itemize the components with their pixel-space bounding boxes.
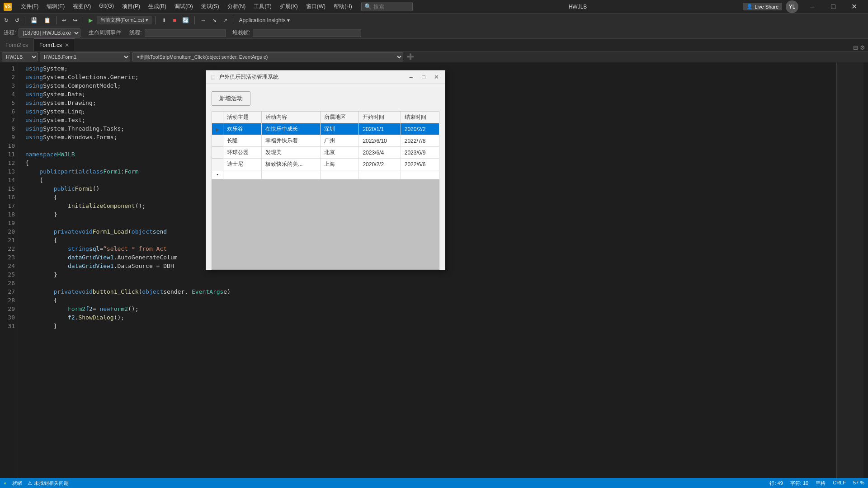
live-share-icon: 👤	[746, 4, 753, 9]
menu-view[interactable]: 视图(V)	[69, 2, 94, 11]
stop-btn[interactable]: ■	[170, 16, 178, 24]
pause-btn[interactable]: ⏸	[159, 16, 169, 24]
lifecycle-label: 生命周期事件	[89, 29, 121, 37]
undo-btn[interactable]: ↩	[60, 16, 69, 24]
line-num-8: 8	[3, 124, 15, 133]
search-input[interactable]	[373, 4, 410, 10]
cell-region-1: 深圳	[321, 123, 359, 135]
status-bar: ● 就绪 ⚠ 未找到相关问题 行: 49 字符: 10 空格 CRLF 57 %	[0, 478, 868, 488]
scrollbar-vertical[interactable]	[863, 62, 868, 478]
line-num-22: 22	[3, 244, 15, 253]
line-num-10: 10	[3, 141, 15, 150]
code-line-26	[25, 279, 836, 287]
status-icon: ●	[4, 480, 7, 486]
add-member-icon[interactable]: ➕	[407, 53, 414, 60]
char-info: 字符: 10	[790, 480, 808, 487]
new-cell-region[interactable]	[321, 170, 359, 179]
menu-file[interactable]: 文件(F)	[17, 2, 42, 11]
float-app-icon: 🖥	[210, 74, 216, 81]
menu-bar: 文件(F) 编辑(E) 视图(V) Git(G) 项目(P) 生成(B) 调试(…	[17, 2, 356, 11]
live-share-button[interactable]: 👤 Live Share	[743, 3, 782, 10]
step-out-btn[interactable]: ↗	[221, 16, 230, 24]
sep6	[233, 16, 233, 24]
menu-tools[interactable]: 工具(T)	[250, 2, 275, 11]
restart-btn[interactable]: 🔄	[180, 16, 191, 24]
cell-content-3: 发现美	[262, 147, 321, 159]
issue-indicator[interactable]: ⚠ 未找到相关问题	[28, 480, 69, 487]
add-activity-button[interactable]: 新增活动	[212, 91, 250, 106]
table-row[interactable]: 长隆 幸福并快乐着 广州 2022/6/10 2022/7/8	[212, 135, 439, 147]
new-cell-subject[interactable]	[223, 170, 262, 179]
new-cell-end[interactable]	[401, 170, 439, 179]
save-all-btn[interactable]: 📋	[42, 16, 53, 24]
user-avatar[interactable]: YL	[786, 0, 798, 13]
line-num-19: 19	[3, 219, 15, 227]
tab-form1[interactable]: Form1.cs ✕	[34, 38, 75, 51]
stack-input[interactable]	[253, 29, 361, 37]
cell-content-4: 极致快乐的美...	[262, 159, 321, 170]
menu-debug[interactable]: 调试(D)	[171, 2, 197, 11]
debug-toolbar: ↻ ↺ 💾 📋 ↩ ↪ ▶ 当前文档(Form1.cs) ▾ ⏸ ■ 🔄 → ↘…	[0, 14, 868, 27]
settings-icon[interactable]: ⚙	[860, 44, 865, 51]
back-btn[interactable]: ↻	[2, 16, 11, 24]
new-cell-content[interactable]	[262, 170, 321, 179]
search-box[interactable]: 🔍	[361, 2, 413, 11]
forward-btn[interactable]: ↺	[13, 16, 22, 24]
table-header-subject: 活动主题	[223, 112, 262, 123]
menu-edit[interactable]: 编辑(E)	[43, 2, 68, 11]
new-cell-start[interactable]	[359, 170, 401, 179]
tab-form2[interactable]: Form2.cs	[0, 38, 34, 51]
line-num-18: 18	[3, 210, 15, 219]
process-label: 进程:	[4, 29, 16, 37]
minimize-button[interactable]: –	[802, 0, 823, 14]
code-line-30: f2.ShowDialog();	[25, 313, 836, 322]
line-num-15: 15	[3, 184, 15, 193]
float-minimize-btn[interactable]: –	[406, 72, 416, 82]
cell-start-4: 2020/2/2	[359, 159, 401, 170]
line-num-2: 2	[3, 73, 15, 81]
line-num-31: 31	[3, 322, 15, 330]
method-dropdown[interactable]: ✦删除ToolStripMenuItem_Click(object sender…	[132, 52, 403, 61]
thread-input[interactable]	[145, 29, 226, 37]
menu-analyze[interactable]: 分析(N)	[224, 2, 250, 11]
thread-label: 线程:	[129, 29, 142, 37]
menu-build[interactable]: 生成(B)	[145, 2, 170, 11]
code-line-25: }	[25, 270, 836, 279]
table-new-row[interactable]: •	[212, 170, 439, 179]
close-button[interactable]: ✕	[844, 0, 864, 14]
cell-start-3: 2023/6/4	[359, 147, 401, 159]
class-dropdown[interactable]: HWJLB	[2, 52, 38, 61]
cell-region-2: 广州	[321, 135, 359, 147]
table-row[interactable]: 环球公园 发现美 北京 2023/6/4 2023/6/9	[212, 147, 439, 159]
menu-test[interactable]: 测试(S)	[198, 2, 223, 11]
maximize-button[interactable]: □	[823, 0, 844, 14]
activity-table: 活动主题 活动内容 所属地区 开始时间 结束时间 ▶ 欢乐谷 在快乐中成长 深圳…	[212, 111, 439, 179]
line-num-29: 29	[3, 305, 15, 313]
row-selector-2	[212, 135, 223, 147]
insights-btn[interactable]: Application Insights ▾	[236, 16, 292, 24]
insights-label: Application Insights	[239, 17, 285, 23]
table-row[interactable]: 迪士尼 极致快乐的美... 上海 2020/2/2 2022/6/6	[212, 159, 439, 170]
current-doc-dropdown[interactable]: 当前文档(Form1.cs) ▾	[97, 16, 152, 24]
step-over-btn[interactable]: →	[198, 16, 208, 24]
status-right: 行: 49 字符: 10 空格 CRLF 57 %	[769, 480, 864, 487]
float-close-btn[interactable]: ✕	[431, 72, 441, 82]
float-maximize-btn[interactable]: □	[419, 72, 429, 82]
member-dropdown[interactable]: HWJLB.Form1	[40, 52, 130, 61]
menu-project[interactable]: 项目(P)	[118, 2, 144, 11]
minimap	[836, 62, 863, 478]
menu-window[interactable]: 窗口(W)	[302, 2, 329, 11]
save-btn[interactable]: 💾	[28, 16, 40, 24]
float-content: 新增活动 活动主题 活动内容 所属地区 开始时间 结束时间 ▶ 欢乐谷 在快乐中…	[206, 84, 445, 270]
menu-extensions[interactable]: 扩展(X)	[276, 2, 302, 11]
run-btn[interactable]: ▶	[86, 16, 95, 24]
menu-git[interactable]: Git(G)	[95, 2, 118, 11]
split-view-icon[interactable]: ⊟	[853, 44, 858, 51]
process-select[interactable]: [18780] HWJLB.exe	[19, 28, 80, 38]
redo-btn[interactable]: ↪	[71, 16, 80, 24]
step-into-btn[interactable]: ↘	[210, 16, 219, 24]
empty-grid-area	[212, 179, 439, 270]
menu-help[interactable]: 帮助(H)	[330, 2, 356, 11]
encoding-info: CRLF	[833, 480, 846, 487]
table-row[interactable]: ▶ 欢乐谷 在快乐中成长 深圳 2020/1/1 2020/2/2	[212, 123, 439, 135]
